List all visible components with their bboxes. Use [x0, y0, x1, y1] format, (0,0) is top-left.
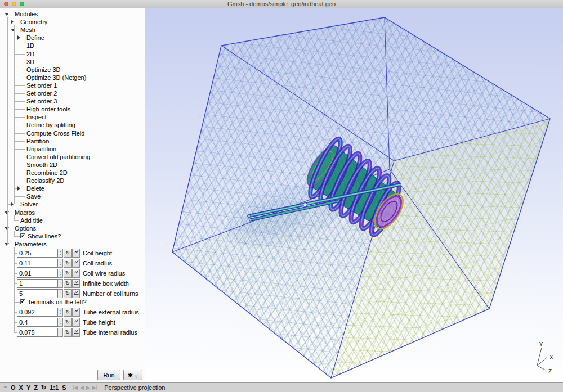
title-bar: Gmsh - demos/simple_geo/indheat.geo: [0, 0, 563, 8]
param-label: Coil wire radius: [83, 269, 125, 277]
expand-arrow-icon[interactable]: [17, 35, 20, 40]
tree-item-label: Optimize 3D: [26, 66, 61, 74]
param-input-infinite-box-width[interactable]: [17, 279, 58, 288]
one-to-one-button[interactable]: 1:1: [50, 384, 59, 392]
rotate-view-button[interactable]: ↻: [41, 384, 46, 392]
tree-item-set-order-2[interactable]: Set order 2: [0, 89, 145, 97]
param-input-tube-external-radius[interactable]: [17, 308, 58, 317]
scale-button[interactable]: S: [62, 384, 66, 392]
x-view-button[interactable]: X: [19, 384, 23, 392]
checkbox-show-lines[interactable]: ✔: [20, 233, 25, 238]
stepper-icon[interactable]: :: [58, 249, 63, 258]
tree-item-show-lines[interactable]: ✔Show lines?: [0, 232, 145, 240]
tree-item-set-order-3[interactable]: Set order 3: [0, 97, 145, 105]
param-input-tube-height[interactable]: [17, 318, 58, 327]
loop-range-button[interactable]: ↻: [64, 279, 72, 288]
tree-item-2d[interactable]: 2D: [0, 50, 145, 58]
expand-arrow-icon[interactable]: [11, 202, 14, 206]
graph-button[interactable]: [72, 308, 80, 317]
tree-item-parameters[interactable]: Parameters: [0, 240, 145, 248]
stepper-icon[interactable]: :: [58, 279, 63, 288]
tree-item-high-order-tools[interactable]: High-order tools: [0, 105, 145, 113]
graph-button[interactable]: [72, 318, 80, 327]
loop-range-button[interactable]: ↻: [64, 318, 72, 327]
checkbox-terminals-on-the-left[interactable]: ✔: [20, 299, 25, 304]
loop-range-button[interactable]: ↻: [64, 259, 72, 268]
tree-item-label: Convert old partitioning: [26, 153, 90, 161]
loop-range-button[interactable]: ↻: [64, 249, 72, 258]
stepper-icon[interactable]: :: [58, 308, 63, 317]
param-label: Number of coil turns: [83, 290, 138, 298]
ortho-button[interactable]: O: [11, 384, 16, 392]
tree-item-refine-by-splitting[interactable]: Refine by splitting: [0, 121, 145, 129]
tree-guide: [21, 33, 21, 196]
tree-item-convert-old-partitioning[interactable]: Convert old partitioning: [0, 153, 145, 161]
graph-button[interactable]: [72, 289, 80, 298]
tree-item-save[interactable]: Save: [0, 192, 145, 200]
z-view-button[interactable]: Z: [34, 384, 38, 392]
tree-item-solver[interactable]: Solver: [0, 200, 145, 208]
expand-arrow-icon[interactable]: [17, 186, 20, 191]
loop-icon: ↻: [65, 309, 70, 315]
tree-item-recombine-2d[interactable]: Recombine 2D: [0, 169, 145, 177]
tree-item-3d[interactable]: 3D: [0, 58, 145, 66]
graph-button[interactable]: [72, 279, 80, 288]
stepper-icon[interactable]: :: [58, 318, 63, 327]
tree-item-label: Delete: [26, 184, 44, 192]
loop-range-button[interactable]: ↻: [64, 308, 72, 317]
stepper-icon[interactable]: :: [58, 289, 63, 298]
loop-icon: ↻: [65, 319, 70, 325]
tree-item-compute-cross-field[interactable]: Compute Cross Field: [0, 129, 145, 137]
step-back-icon: ◀: [80, 385, 84, 390]
graph-button[interactable]: [72, 249, 80, 258]
param-input-coil-wire-radius[interactable]: [17, 269, 58, 278]
stepper-icon[interactable]: :: [58, 259, 63, 268]
tree-item-mesh[interactable]: Mesh: [0, 26, 145, 34]
stepper-icon[interactable]: :: [58, 269, 63, 278]
tree-item-smooth-2d[interactable]: Smooth 2D: [0, 161, 145, 169]
tree-item-partition[interactable]: Partition: [0, 137, 145, 145]
param-input-tube-internal-radius[interactable]: [17, 328, 58, 337]
tree-item-delete[interactable]: Delete: [0, 184, 145, 192]
tree-item-modules[interactable]: Modules: [0, 10, 145, 18]
step-forward-icon: ▶|: [92, 385, 97, 390]
loop-icon: ↻: [65, 270, 70, 276]
collapse-arrow-icon[interactable]: [5, 211, 9, 214]
collapse-arrow-icon[interactable]: [5, 227, 9, 230]
param-input-number-of-coil-turns[interactable]: [17, 289, 58, 298]
tree-item-unpartition[interactable]: Unpartition: [0, 145, 145, 153]
graph-icon: [73, 290, 79, 295]
tree-item-options[interactable]: Options: [0, 224, 145, 232]
expand-arrow-icon[interactable]: [11, 20, 14, 24]
param-input-coil-height[interactable]: [17, 249, 58, 258]
tree-item-optimize-3d[interactable]: Optimize 3D: [0, 66, 145, 74]
graphic-canvas[interactable]: Y X Z: [145, 8, 563, 382]
macro-gear-button[interactable]: ✱ ▽: [123, 370, 142, 380]
graph-button[interactable]: [72, 328, 80, 337]
tree-item-inspect[interactable]: Inspect: [0, 113, 145, 121]
tree-item-reclassify-2d[interactable]: Reclassify 2D: [0, 177, 145, 184]
param-input-coil-radius[interactable]: [17, 259, 58, 268]
param-label: Coil radius: [83, 259, 112, 267]
collapse-arrow-icon[interactable]: [5, 243, 9, 246]
loop-range-button[interactable]: ↻: [64, 269, 72, 278]
run-button[interactable]: Run: [97, 370, 120, 380]
tree-item-define[interactable]: Define: [0, 34, 145, 42]
tree-item-1d[interactable]: 1D: [0, 42, 145, 49]
tree-item-optimize-3d-netgen[interactable]: Optimize 3D (Netgen): [0, 74, 145, 82]
loop-range-button[interactable]: ↻: [64, 328, 72, 337]
tree-item-set-order-1[interactable]: Set order 1: [0, 82, 145, 89]
axis-gizmo: [537, 348, 547, 370]
loop-range-button[interactable]: ↻: [64, 289, 72, 298]
tree-item-add-title[interactable]: Add title: [0, 217, 145, 224]
tree-item-macros[interactable]: Macros: [0, 209, 145, 217]
graph-button[interactable]: [72, 259, 80, 268]
y-view-button[interactable]: Y: [26, 384, 30, 392]
graph-button[interactable]: [72, 269, 80, 278]
tree-item-label: Inspect: [26, 113, 46, 121]
tree-item-label: Show lines?: [28, 232, 61, 240]
stepper-icon[interactable]: :: [58, 328, 63, 337]
menu-icon[interactable]: ≡: [3, 384, 7, 392]
collapse-arrow-icon[interactable]: [5, 13, 9, 16]
tree-item-geometry[interactable]: Geometry: [0, 18, 145, 26]
